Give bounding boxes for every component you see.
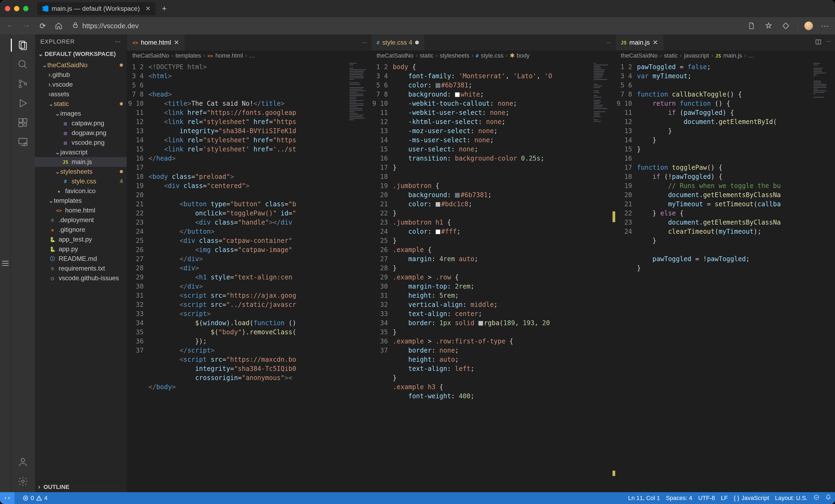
extensions-activity-icon[interactable] bbox=[16, 116, 29, 129]
svg-point-6 bbox=[19, 85, 21, 88]
close-icon[interactable]: ✕ bbox=[174, 39, 179, 46]
svg-rect-0 bbox=[74, 25, 77, 27]
html-file-icon: <> bbox=[133, 40, 138, 45]
editor-tab-homehtml[interactable]: <> home.html ✕ bbox=[127, 35, 185, 50]
tree-file-mainjs[interactable]: JSmain.js bbox=[35, 157, 127, 167]
layout[interactable]: Layout: U.S. bbox=[775, 495, 808, 502]
browser-menu-icon[interactable]: ⋯ bbox=[819, 22, 830, 30]
tab-close-icon[interactable]: ✕ bbox=[145, 5, 151, 13]
tree-folder-vscode[interactable]: › .vscode bbox=[35, 80, 127, 89]
browser-tab-title: main.js — default (Workspace) bbox=[52, 5, 140, 13]
workspace-section-header[interactable]: ⌄DEFAULT (WORKSPACE) bbox=[35, 49, 127, 59]
browser-toolbar: ← → ⟳ https://vscode.dev ⋯ bbox=[0, 17, 835, 35]
back-icon[interactable]: ← bbox=[5, 22, 16, 30]
modified-indicator-icon bbox=[415, 41, 419, 44]
reload-icon[interactable]: ⟳ bbox=[37, 22, 48, 30]
editor-more-icon[interactable]: ⋯ bbox=[362, 40, 367, 45]
address-bar[interactable]: https://vscode.dev bbox=[69, 22, 740, 30]
tree-folder-javascript[interactable]: ⌄ javascript bbox=[35, 147, 127, 157]
split-editor-icon[interactable] bbox=[815, 39, 821, 46]
accounts-activity-icon[interactable] bbox=[16, 456, 29, 468]
workspace-label: DEFAULT (WORKSPACE) bbox=[45, 50, 116, 57]
url-text: https://vscode.dev bbox=[82, 22, 139, 30]
code-editor[interactable]: 1 2 3 4 5 6 7 8 9 10 11 12 13 14 15 16 1… bbox=[127, 61, 371, 492]
js-file-icon: JS bbox=[621, 40, 627, 45]
tree-file-gitignore[interactable]: ◆.gitignore bbox=[35, 225, 127, 234]
window-maximize-button[interactable] bbox=[23, 6, 28, 11]
tree-file-catpaw[interactable]: ▧catpaw.png bbox=[35, 118, 127, 128]
svg-rect-9 bbox=[23, 119, 27, 122]
close-icon[interactable]: ✕ bbox=[653, 39, 658, 46]
minimap[interactable] bbox=[347, 61, 371, 492]
tree-folder-templates[interactable]: ⌄ templates bbox=[35, 196, 127, 206]
browser-tab[interactable]: main.js — default (Workspace) ✕ bbox=[37, 2, 156, 15]
remote-explorer-activity-icon[interactable] bbox=[16, 135, 29, 148]
problems-indicator[interactable]: 0 4 bbox=[23, 495, 48, 502]
home-icon[interactable] bbox=[53, 22, 64, 29]
status-bar: 0 4 Ln 11, Col 1 Spaces: 4 UTF-8 LF { } … bbox=[0, 492, 835, 504]
run-debug-activity-icon[interactable] bbox=[16, 97, 29, 110]
tree-file-requirements[interactable]: ≡requirements.txt bbox=[35, 264, 127, 273]
window-close-button[interactable] bbox=[5, 6, 10, 11]
extensions-browser-icon[interactable] bbox=[780, 22, 791, 29]
app-menu-button[interactable] bbox=[0, 35, 11, 492]
tree-file-apptest[interactable]: 🐍app_test.py bbox=[35, 234, 127, 244]
tree-file-stylecss[interactable]: #style.css4 bbox=[35, 176, 127, 186]
forward-icon[interactable]: → bbox=[21, 22, 32, 30]
tree-file-vscodepng[interactable]: ▧vscode.png bbox=[35, 138, 127, 147]
favorite-icon[interactable] bbox=[763, 22, 774, 29]
profile-avatar[interactable] bbox=[805, 22, 813, 30]
editor-pane-2: # style.css 4 ⋯ theCatSaidNo› static› st… bbox=[371, 35, 615, 492]
tree-file-readme[interactable]: ⓘREADME.md bbox=[35, 254, 127, 264]
tree-folder-static[interactable]: ⌄ static bbox=[35, 99, 127, 109]
svg-point-3 bbox=[19, 61, 25, 67]
minimap[interactable] bbox=[592, 61, 615, 492]
tree-folder-stylesheets[interactable]: ⌄ stylesheets bbox=[35, 167, 127, 176]
svg-point-16 bbox=[22, 480, 24, 483]
feedback-icon[interactable] bbox=[813, 494, 819, 502]
window-minimize-button[interactable] bbox=[14, 6, 19, 11]
remote-indicator[interactable] bbox=[0, 492, 15, 504]
code-editor[interactable]: 1 2 3 4 5 6 7 8 9 10 11 12 13 14 15 16 1… bbox=[371, 61, 615, 492]
tree-folder-images[interactable]: ⌄ images bbox=[35, 109, 127, 118]
tree-file-deployment[interactable]: ≡.deployment bbox=[35, 215, 127, 225]
svg-point-5 bbox=[19, 80, 21, 82]
svg-point-14 bbox=[24, 143, 27, 146]
tree-file-ghissues[interactable]: ◯vscode.github-issues bbox=[35, 273, 127, 283]
outline-label: OUTLINE bbox=[43, 484, 69, 490]
hamburger-icon bbox=[2, 261, 8, 266]
editor-more-icon[interactable]: ⋯ bbox=[607, 40, 611, 45]
tree-file-favicon[interactable]: ★favicon.ico bbox=[35, 186, 127, 196]
tree-folder-root[interactable]: ⌄ theCatSaidNo bbox=[35, 60, 127, 70]
sidebar-more-icon[interactable]: ⋯ bbox=[115, 38, 121, 45]
encoding[interactable]: UTF-8 bbox=[698, 495, 715, 502]
indentation[interactable]: Spaces: 4 bbox=[666, 495, 692, 502]
eol[interactable]: LF bbox=[721, 495, 728, 502]
breadcrumb[interactable]: theCatSaidNo› static› stylesheets› #styl… bbox=[371, 50, 615, 61]
tree-folder-github[interactable]: › .github bbox=[35, 70, 127, 80]
breadcrumb[interactable]: theCatSaidNo› templates› <>home.html› … bbox=[127, 50, 371, 61]
search-activity-icon[interactable] bbox=[16, 58, 29, 71]
editor-tab-mainjs[interactable]: JS main.js ✕ bbox=[615, 35, 664, 50]
cursor-position[interactable]: Ln 11, Col 1 bbox=[628, 495, 660, 502]
svg-rect-10 bbox=[19, 123, 22, 127]
new-tab-button[interactable]: + bbox=[159, 4, 169, 13]
settings-activity-icon[interactable] bbox=[16, 475, 29, 488]
tree-folder-assets[interactable]: › assets bbox=[35, 89, 127, 99]
page-icon[interactable] bbox=[746, 22, 757, 29]
svg-point-15 bbox=[21, 459, 24, 462]
editor-tab-stylecss[interactable]: # style.css 4 bbox=[371, 35, 425, 50]
svg-rect-8 bbox=[19, 119, 22, 122]
editor-more-icon[interactable]: ⋯ bbox=[827, 39, 831, 46]
explorer-activity-icon[interactable] bbox=[16, 39, 29, 51]
tree-file-homehtml[interactable]: <>home.html bbox=[35, 206, 127, 215]
tree-file-apppy[interactable]: 🐍app.py bbox=[35, 244, 127, 254]
minimap[interactable] bbox=[811, 61, 835, 492]
source-control-activity-icon[interactable] bbox=[16, 78, 29, 90]
breadcrumb[interactable]: theCatSaidNo› static› javascript› JSmain… bbox=[615, 50, 835, 61]
notifications-icon[interactable] bbox=[825, 494, 831, 502]
outline-section-header[interactable]: › OUTLINE bbox=[35, 482, 127, 492]
code-editor[interactable]: 1 2 3 4 5 6 7 8 9 10 11 12 13 14 15 16 1… bbox=[615, 61, 835, 492]
language-mode[interactable]: { } JavaScript bbox=[734, 495, 769, 502]
tree-file-dogpaw[interactable]: ▧dogpaw.png bbox=[35, 128, 127, 138]
